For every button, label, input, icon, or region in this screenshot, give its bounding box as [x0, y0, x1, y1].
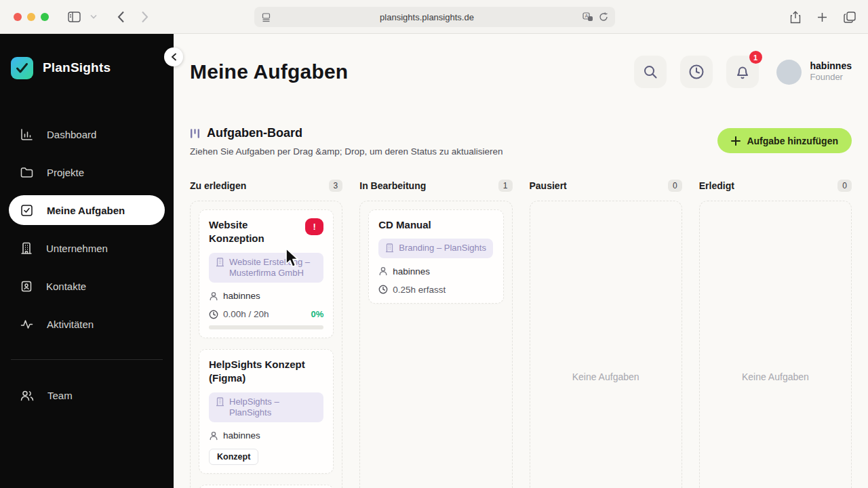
task-card[interactable]: Website Konzeption ! Website Erstellung … — [199, 209, 334, 338]
task-card[interactable]: Landing Page / Website Design — [199, 485, 334, 488]
column-title: Erledigt — [699, 180, 734, 191]
notification-badge: 1 — [749, 51, 762, 64]
sidebar-item-kontakte[interactable]: Kontakte — [0, 271, 174, 301]
assignee-name: habinnes — [223, 430, 260, 441]
column-count-badge: 0 — [837, 180, 852, 192]
person-icon — [209, 431, 218, 441]
translate-icon[interactable]: A — [583, 12, 593, 22]
sidebar-item-label: Aktivitäten — [47, 319, 94, 330]
empty-column-text: Keine Aufgaben — [742, 371, 809, 382]
time-logged: 0.25h erfasst — [393, 285, 446, 295]
task-title: Website Konzeption — [209, 218, 300, 246]
column-dropzone[interactable]: CD Manual Branding – PlanSights — [359, 201, 512, 488]
clock-icon — [688, 64, 705, 80]
sidebar-collapse-button[interactable] — [164, 47, 183, 66]
sidebar-item-label: Meine Aufgaben — [47, 205, 125, 216]
svg-text:A: A — [585, 14, 588, 18]
progress-percent: 0% — [311, 309, 323, 319]
search-icon — [642, 64, 658, 80]
sidebar-item-label: Kontakte — [46, 281, 86, 292]
browser-sidebar-toggle-icon[interactable] — [68, 12, 81, 22]
brand: PlanSights — [0, 53, 174, 83]
notifications-button[interactable]: 1 — [726, 56, 759, 88]
browser-toolbar: plansights.plansights.de A — [0, 0, 868, 34]
sidebar-item-projekte[interactable]: Projekte — [0, 157, 174, 187]
add-task-button[interactable]: Aufgabe hinzufügen — [717, 128, 852, 153]
priority-badge: ! — [305, 218, 323, 235]
address-bar[interactable]: plansights.plansights.de A — [254, 7, 615, 27]
minimize-window-button[interactable] — [27, 13, 35, 21]
clock-icon — [378, 285, 388, 294]
task-title: HelpSights Konzept (Figma) — [209, 358, 323, 386]
activity-icon — [20, 319, 33, 330]
project-name: Branding – PlanSights — [399, 243, 486, 253]
column-dropzone[interactable]: Keine Aufgaben — [530, 201, 682, 488]
task-tag: Konzept — [209, 449, 258, 465]
column-pausiert: Pausiert 0 Keine Aufgaben — [530, 180, 682, 488]
add-task-label: Aufgabe hinzufügen — [747, 136, 838, 146]
user-menu[interactable]: habinnes Founder — [776, 60, 852, 85]
task-card[interactable]: HelpSights Konzept (Figma) HelpSights – … — [199, 349, 334, 474]
project-name: Website Erstellung – Musterfirma GmbH — [229, 257, 317, 279]
forward-button — [141, 11, 149, 23]
sidebar-chevron-down-icon[interactable] — [90, 14, 97, 19]
sidebar-item-dashboard[interactable]: Dashboard — [0, 119, 174, 149]
close-window-button[interactable] — [14, 13, 22, 21]
sidebar-item-label: Team — [47, 390, 73, 401]
sidebar-nav: Dashboard Projekte Meine Aufgaben Untern… — [0, 119, 174, 410]
column-dropzone[interactable]: Website Konzeption ! Website Erstellung … — [190, 201, 342, 488]
project-link[interactable]: Website Erstellung – Musterfirma GmbH — [209, 253, 323, 283]
project-link[interactable]: Branding – PlanSights — [378, 239, 493, 258]
team-icon — [20, 390, 34, 401]
column-count-badge: 1 — [498, 180, 513, 192]
kanban-board-icon — [190, 128, 200, 139]
sidebar-item-label: Dashboard — [47, 129, 96, 140]
back-button[interactable] — [117, 11, 125, 23]
sidebar: PlanSights Dashboard Projekte Meine Aufg… — [0, 34, 174, 488]
search-button[interactable] — [634, 56, 667, 88]
window-controls — [14, 13, 49, 21]
main-content: Meine Aufgaben 1 — [174, 34, 868, 488]
building-icon — [385, 243, 394, 253]
column-zu-erledigen: Zu erledigen 3 Website Konzeption ! — [190, 180, 342, 488]
sidebar-item-label: Unternehmen — [46, 243, 108, 254]
zoom-window-button[interactable] — [41, 13, 49, 21]
sidebar-item-team[interactable]: Team — [0, 380, 174, 410]
building-icon — [216, 396, 224, 407]
task-title: CD Manual — [378, 218, 431, 232]
sidebar-item-meine-aufgaben[interactable]: Meine Aufgaben — [9, 195, 165, 225]
reload-icon[interactable] — [599, 12, 608, 22]
tab-overview-icon[interactable] — [844, 12, 856, 23]
share-icon[interactable] — [790, 11, 801, 24]
new-tab-icon[interactable] — [817, 12, 827, 22]
column-title: In Bearbeitung — [359, 180, 426, 191]
building-icon — [216, 257, 224, 267]
user-role: Founder — [810, 72, 852, 83]
column-count-badge: 3 — [329, 180, 343, 192]
time-tracking-button[interactable] — [680, 56, 713, 88]
column-title: Zu erledigen — [190, 180, 246, 191]
column-title: Pausiert — [530, 180, 567, 191]
sidebar-item-aktivitaeten[interactable]: Aktivitäten — [0, 309, 174, 339]
page-title: Meine Aufgaben — [190, 60, 348, 83]
bar-chart-icon — [20, 128, 33, 141]
assignee-name: habinnes — [393, 266, 430, 277]
brand-name: PlanSights — [43, 60, 111, 75]
task-card[interactable]: CD Manual Branding – PlanSights — [368, 209, 503, 304]
sidebar-item-unternehmen[interactable]: Unternehmen — [0, 233, 174, 263]
column-dropzone[interactable]: Keine Aufgaben — [699, 201, 852, 488]
plansights-logo-icon — [11, 57, 33, 79]
empty-column-text: Keine Aufgaben — [572, 371, 639, 382]
column-erledigt: Erledigt 0 Keine Aufgaben — [699, 180, 852, 488]
user-name: habinnes — [810, 60, 852, 72]
project-name: HelpSights – PlanSights — [229, 396, 317, 419]
project-link[interactable]: HelpSights – PlanSights — [209, 392, 323, 423]
reader-icon[interactable] — [261, 12, 271, 22]
url-text: plansights.plansights.de — [271, 12, 583, 22]
person-icon — [378, 266, 388, 276]
building-icon — [20, 242, 33, 255]
contact-card-icon — [20, 280, 33, 293]
time-logged: 0.00h / 20h — [223, 309, 269, 319]
sidebar-item-label: Projekte — [47, 167, 84, 178]
progress-bar — [209, 325, 323, 329]
